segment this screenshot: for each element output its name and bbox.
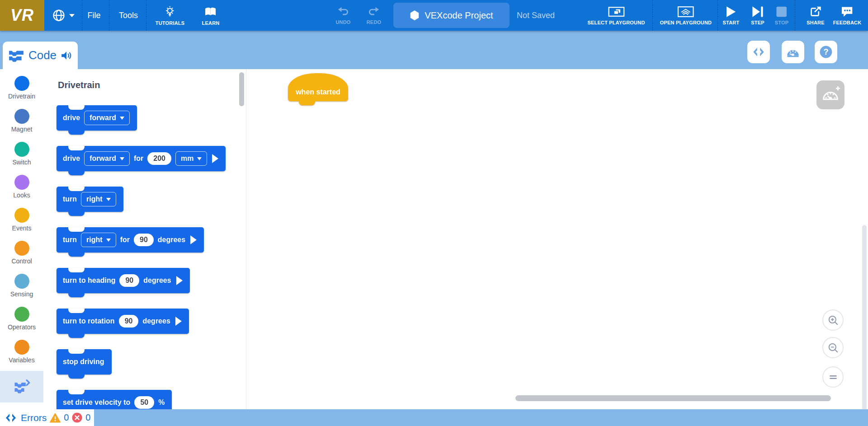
vr-logo[interactable]: VR	[0, 0, 44, 31]
palette-scrollbar-thumb[interactable]	[239, 72, 244, 106]
block-dropdown[interactable]: forward	[84, 151, 130, 166]
block-number-input[interactable]: 90	[119, 315, 139, 328]
palette-block[interactable]: turn to rotation90degrees	[57, 309, 189, 334]
select-playground-icon	[608, 6, 625, 18]
file-menu[interactable]: File	[87, 0, 100, 31]
help-button[interactable]: ?	[815, 41, 837, 63]
block-bump	[68, 374, 85, 379]
palette-block[interactable]: set drive velocity to50%	[57, 390, 172, 409]
sidebar-item-switch[interactable]: Switch	[0, 142, 43, 175]
stop-button[interactable]: STOP	[775, 0, 789, 31]
block-expand-icon[interactable]	[175, 317, 182, 326]
block-expand-icon[interactable]	[212, 154, 218, 163]
code-viewer-button[interactable]	[747, 41, 770, 63]
book-icon	[204, 5, 217, 18]
block-bump	[299, 101, 315, 105]
language-menu[interactable]	[52, 0, 75, 31]
error-count: 0	[85, 412, 90, 423]
palette-block[interactable]: turn to heading90degrees	[57, 268, 190, 293]
block-label: drive	[63, 114, 80, 122]
block-expand-icon[interactable]	[190, 235, 197, 244]
step-button[interactable]: STEP	[751, 0, 764, 31]
zoom-reset-button[interactable]	[822, 366, 844, 388]
sidebar-item-operators[interactable]: Operators	[0, 307, 43, 340]
tab-code[interactable]: Code	[3, 42, 78, 69]
block-label: for	[134, 154, 143, 163]
sidebar-item-control[interactable]: Control	[0, 241, 43, 274]
palette-block[interactable]: turnright	[57, 187, 123, 212]
open-playground-button[interactable]: OPEN PLAYGROUND	[660, 0, 712, 31]
block-dropdown[interactable]: right	[81, 192, 116, 206]
workspace-canvas[interactable]: when started	[247, 69, 868, 409]
horizontal-scrollbar-thumb[interactable]	[515, 395, 831, 401]
palette-block-row: turnrightfor90degrees	[57, 227, 226, 253]
tools-menu[interactable]: Tools	[119, 0, 138, 31]
category-label: Switch	[12, 159, 31, 166]
block-label: degrees	[143, 276, 171, 285]
palette-block-row: set drive velocity to50%	[57, 390, 226, 409]
undo-button[interactable]: UNDO	[335, 0, 350, 31]
zoom-in-button[interactable]	[822, 309, 844, 331]
block-dropdown[interactable]: mm	[175, 151, 207, 166]
block-number-input[interactable]: 200	[147, 152, 171, 165]
redo-icon	[368, 6, 380, 17]
sidebar-item-variables[interactable]: Variables	[0, 340, 43, 373]
add-monitor-button[interactable]	[816, 80, 844, 109]
monitor-console-button[interactable]	[782, 41, 804, 63]
block-bump	[68, 211, 85, 216]
block-number-input[interactable]: 50	[134, 396, 154, 409]
palette-collapse-button[interactable]	[0, 371, 43, 403]
zoom-out-icon	[827, 342, 839, 354]
tab-code-label: Code	[28, 48, 57, 62]
category-circle	[14, 175, 29, 190]
redo-button[interactable]: REDO	[367, 0, 382, 31]
zoom-out-button[interactable]	[822, 337, 844, 358]
category-label: Operators	[8, 323, 36, 331]
category-circle	[14, 208, 29, 223]
block-number-input[interactable]: 90	[134, 234, 154, 246]
category-sidebar: DrivetrainMagnetSwitchLooksEventsControl…	[0, 69, 43, 409]
palette-block[interactable]: turnrightfor90degrees	[57, 227, 204, 253]
errors-panel[interactable]: Errors 0 0	[0, 409, 94, 426]
palette-block[interactable]: driveforward	[57, 105, 137, 131]
error-icon	[72, 412, 82, 423]
sidebar-item-magnet[interactable]: Magnet	[0, 109, 43, 142]
palette-block-row: turn to heading90degrees	[57, 268, 226, 293]
sidebar-item-drivetrain[interactable]: Drivetrain	[0, 76, 43, 109]
category-circle	[14, 340, 29, 355]
block-bump	[68, 293, 85, 297]
globe-icon	[52, 9, 66, 22]
step-icon	[752, 6, 764, 18]
when-started-block[interactable]: when started	[288, 73, 348, 101]
sidebar-item-sensing[interactable]: Sensing	[0, 274, 43, 307]
start-button[interactable]: START	[723, 0, 740, 31]
select-playground-button[interactable]: SELECT PLAYGROUND	[587, 0, 645, 31]
block-palette: Drivetrain driveforwarddriveforwardfor20…	[43, 69, 246, 409]
feedback-button[interactable]: FEEDBACK	[833, 0, 862, 31]
block-bump	[68, 252, 85, 257]
svg-text:?: ?	[823, 47, 828, 56]
gauge-plus-icon	[821, 86, 840, 104]
speaker-icon[interactable]	[61, 50, 72, 61]
block-dropdown[interactable]: right	[81, 233, 116, 247]
tutorials-button[interactable]: TUTORIALS	[156, 0, 185, 31]
sidebar-item-looks[interactable]: Looks	[0, 175, 43, 208]
block-label: degrees	[158, 236, 185, 244]
palette-block[interactable]: driveforwardfor200mm	[57, 146, 226, 171]
zoom-in-icon	[827, 314, 839, 326]
project-name-box[interactable]: VEXcode Project	[393, 3, 509, 28]
learn-button[interactable]: LEARN	[202, 0, 220, 31]
block-label: %	[158, 398, 165, 407]
dropdown-value: forward	[90, 154, 116, 163]
vertical-scrollbar-thumb[interactable]	[862, 225, 867, 426]
hexagon-icon	[410, 10, 420, 21]
block-expand-icon[interactable]	[176, 276, 183, 285]
block-dropdown[interactable]: forward	[84, 111, 130, 125]
share-button[interactable]: SHARE	[807, 0, 825, 31]
category-label: Looks	[13, 192, 30, 199]
palette-block[interactable]: stop driving	[57, 349, 112, 375]
category-label: Events	[12, 225, 32, 232]
sidebar-item-events[interactable]: Events	[0, 208, 43, 241]
save-status: Not Saved	[517, 0, 555, 31]
block-number-input[interactable]: 90	[119, 274, 139, 287]
